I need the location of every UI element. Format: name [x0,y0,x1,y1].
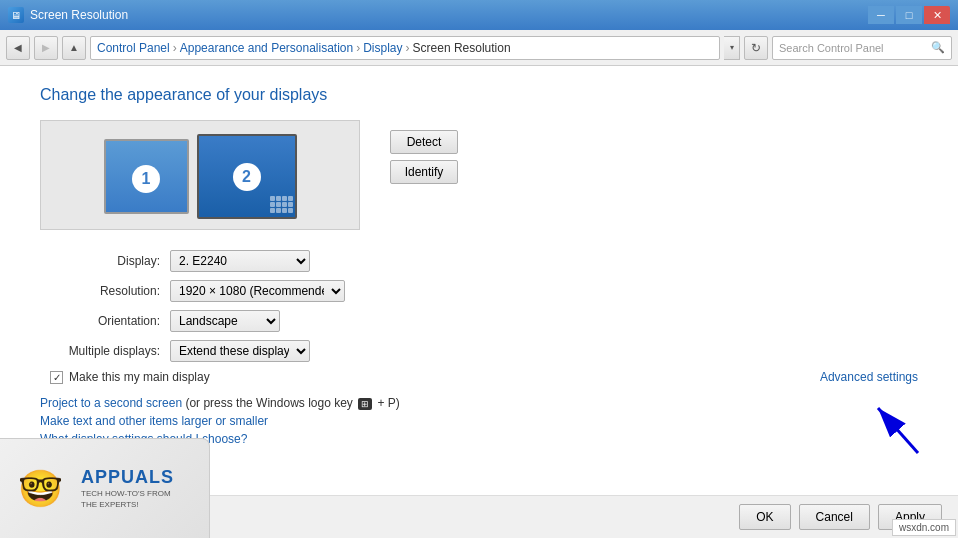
text-size-link-row: Make text and other items larger or smal… [40,414,918,428]
watermark-brand: APPUALS [81,467,201,488]
watermark-subtitle1: TECH HOW-TO'S FROM [81,488,201,499]
watermark-subtitle2: THE EXPERTS! [81,499,201,510]
breadcrumb-current: Screen Resolution [413,41,511,55]
display-row: Display: 2. E2240 [40,250,918,272]
monitor-2-screen: 2 [197,134,297,219]
close-button[interactable]: ✕ [924,6,950,24]
project-link-end: + P) [378,396,400,410]
monitor-1-label: 1 [132,165,160,193]
project-link-text: (or press the Windows logo key [185,396,356,410]
search-placeholder: Search Control Panel [779,42,884,54]
resolution-select[interactable]: 1920 × 1080 (Recommended) 1600 × 900 128… [170,280,345,302]
monitor-1-screen: 1 [104,139,189,214]
watermark-logo: 🤓 [8,449,73,529]
title-bar: 🖥 Screen Resolution ─ □ ✕ [0,0,958,30]
page-title: Change the appearance of your displays [40,86,918,104]
breadcrumb-display[interactable]: Display [363,41,402,55]
window-controls: ─ □ ✕ [868,6,950,24]
main-display-label: Make this my main display [69,370,210,384]
refresh-button[interactable]: ↻ [744,36,768,60]
up-button[interactable]: ▲ [62,36,86,60]
multiple-displays-label: Multiple displays: [40,344,160,358]
maximize-button[interactable]: □ [896,6,922,24]
monitors-box: 1 2 [40,120,360,230]
address-dropdown[interactable]: ▾ [724,36,740,60]
content-area: Change the appearance of your displays 1… [0,66,958,495]
breadcrumb-control-panel[interactable]: Control Panel [97,41,170,55]
monitor-2-grid [270,196,293,213]
multiple-displays-select[interactable]: Extend these displays Duplicate these di… [170,340,310,362]
resolution-row: Resolution: 1920 × 1080 (Recommended) 16… [40,280,918,302]
address-path: Control Panel › Appearance and Personali… [90,36,720,60]
advanced-settings-link[interactable]: Advanced settings [820,370,918,384]
display-select[interactable]: 2. E2240 [170,250,310,272]
text-size-link[interactable]: Make text and other items larger or smal… [40,414,268,428]
breadcrumb-appearance[interactable]: Appearance and Personalisation [180,41,353,55]
resolution-label: Resolution: [40,284,160,298]
identify-button[interactable]: Identify [390,160,458,184]
windows-key-icon: ⊞ [358,398,372,410]
watermark-text: APPUALS TECH HOW-TO'S FROM THE EXPERTS! [81,467,201,510]
address-bar: ◀ ▶ ▲ Control Panel › Appearance and Per… [0,30,958,66]
monitor-2-label: 2 [233,163,261,191]
wsxdn-badge: wsxdn.com [892,519,956,536]
main-display-checkbox[interactable]: ✓ [50,371,63,384]
monitor-1[interactable]: 1 [104,139,189,219]
orientation-label: Orientation: [40,314,160,328]
multiple-displays-row: Multiple displays: Extend these displays… [40,340,918,362]
orientation-select[interactable]: Landscape Portrait [170,310,280,332]
display-label: Display: [40,254,160,268]
monitor-action-buttons: Detect Identify [390,130,458,184]
window-title: Screen Resolution [30,8,128,22]
project-to-screen-link[interactable]: Project to a second screen [40,396,182,410]
search-box[interactable]: Search Control Panel 🔍 [772,36,952,60]
monitor-2[interactable]: 2 [197,134,297,219]
search-icon[interactable]: 🔍 [931,41,945,54]
cancel-button[interactable]: Cancel [799,504,870,530]
forward-button[interactable]: ▶ [34,36,58,60]
monitors-container: 1 2 Detect Identi [40,120,918,230]
watermark: 🤓 APPUALS TECH HOW-TO'S FROM THE EXPERTS… [0,438,210,538]
main-display-checkbox-label[interactable]: ✓ Make this my main display [50,370,210,384]
detect-button[interactable]: Detect [390,130,458,154]
project-link-row: Project to a second screen (or press the… [40,396,918,410]
checkbox-row: ✓ Make this my main display Advanced set… [40,370,918,384]
orientation-row: Orientation: Landscape Portrait [40,310,918,332]
ok-button[interactable]: OK [739,504,790,530]
back-button[interactable]: ◀ [6,36,30,60]
minimize-button[interactable]: ─ [868,6,894,24]
app-icon: 🖥 [8,7,24,23]
